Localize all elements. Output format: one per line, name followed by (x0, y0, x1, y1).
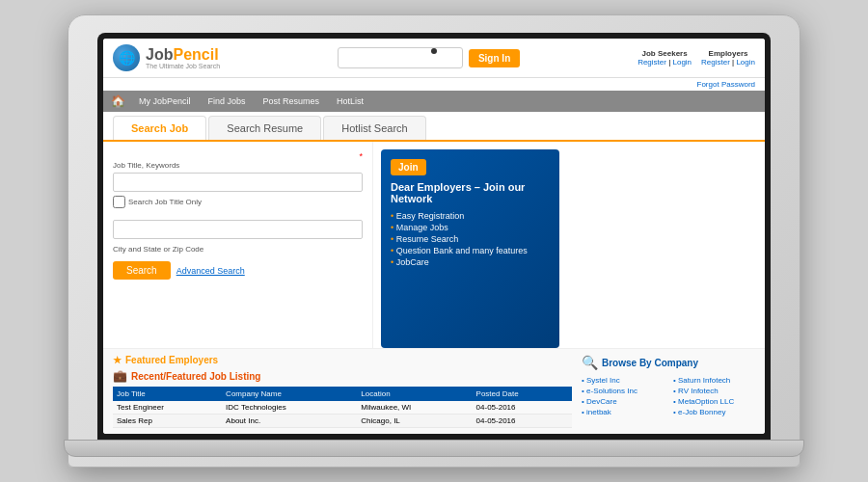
nav-item-myjobpencil[interactable]: My JobPencil (131, 94, 199, 108)
company-link[interactable]: • RV Infotech (673, 387, 755, 395)
company-link[interactable]: • Systel Inc (582, 376, 664, 385)
logo-tagline: The Ultimate Job Search (146, 63, 220, 69)
nav-item-findjobs[interactable]: Find Jobs (201, 94, 254, 108)
feature-question-bank: Question Bank and many features (391, 245, 550, 256)
header-search-input[interactable] (338, 47, 463, 68)
sign-in-button[interactable]: Sign In (469, 49, 520, 67)
company-link[interactable]: • inetbak (582, 408, 664, 416)
nav-bar: 🏠 My JobPencil Find Jobs Post Resumes Ho… (103, 91, 765, 112)
checkbox-label-text: Search Job Title Only (128, 198, 202, 206)
site-header: 🌐 JobPencil The Ultimate Job Search Sign… (103, 39, 765, 78)
table-cell-date: 04-05-2016 (473, 415, 572, 428)
location-input[interactable] (113, 220, 363, 239)
join-button[interactable]: Join (391, 159, 426, 175)
logo-pencil: Pencil (173, 46, 218, 63)
company-link[interactable]: • e-Solutions Inc (582, 387, 664, 395)
job-seekers-links: Register | Login (637, 58, 692, 67)
feature-jobcare[interactable]: JobCare (391, 256, 550, 268)
table-cell-company: About Inc. (222, 415, 357, 428)
col-job-title: Job Title (113, 387, 222, 401)
logo-area: 🌐 JobPencil The Ultimate Job Search (113, 44, 220, 71)
logo-job: Job (146, 46, 173, 63)
col-company: Company Name (222, 387, 357, 401)
table-row[interactable]: Sales RepAbout Inc.Chicago, IL04-05-2016 (113, 415, 572, 428)
screen-bezel: 🌐 JobPencil The Ultimate Job Search Sign… (97, 33, 771, 440)
laptop-camera (431, 48, 437, 54)
join-promo-title: Dear Employers – Join our Network (391, 181, 550, 204)
table-cell-location: Chicago, IL (357, 415, 472, 428)
logo-text: JobPencil The Ultimate Job Search (146, 47, 220, 69)
col-location: Location (357, 387, 472, 401)
table-cell-title: Sales Rep (113, 415, 222, 428)
header-search-area: Sign In (338, 47, 520, 68)
employers-links: Register | Login (701, 58, 755, 67)
recent-jobs-title: 💼 Recent/Featured Job Listing (113, 369, 572, 383)
job-seekers-login[interactable]: Login (672, 58, 692, 67)
advanced-search-link[interactable]: Advanced Search (176, 266, 245, 276)
table-cell-date: 04-05-2016 (473, 401, 572, 415)
left-bottom: ★ Featured Employers 💼 Recent/Featured J… (113, 355, 572, 428)
employers-title: Employers (701, 49, 755, 58)
join-promo-box: Join Dear Employers – Join our Network E… (381, 149, 559, 348)
employers-login[interactable]: Login (736, 58, 755, 67)
join-features-list: Easy Registration Manage Jobs Resume Sea… (391, 210, 550, 268)
tab-row: Search Job Search Resume Hotlist Search (103, 112, 765, 142)
search-button[interactable]: Search (113, 261, 171, 280)
field1-label: Job Title, Keywords (113, 161, 363, 170)
job-title-only-checkbox[interactable] (113, 196, 125, 208)
table-cell-location: Milwaukee, WI (357, 401, 472, 415)
field2-label: City and State or Zip Code (113, 245, 363, 254)
company-grid: • Systel Inc• Saturn Infotech• e-Solutio… (582, 376, 755, 416)
home-icon[interactable]: 🏠 (111, 94, 125, 108)
feature-resume-search[interactable]: Resume Search (391, 233, 550, 245)
header-right-links: Job Seekers Register | Login Employers R… (637, 49, 755, 67)
job-title-input[interactable] (113, 173, 363, 192)
jobs-icon: 💼 (113, 369, 127, 383)
logo-globe-icon: 🌐 (113, 44, 140, 71)
feature-manage-jobs[interactable]: Manage Jobs (391, 222, 550, 233)
table-cell-title: Test Engineer (113, 401, 222, 415)
featured-employers-title: ★ Featured Employers (113, 355, 572, 365)
browse-section: 🔍 Browse By Company • Systel Inc• Saturn… (582, 355, 755, 428)
required-star: * (359, 151, 363, 161)
star-icon: ★ (113, 355, 122, 365)
main-content: * Job Title, Keywords Search Job Title O… (103, 142, 765, 348)
forgot-password-area: Forgot Password (103, 78, 765, 91)
tab-search-job[interactable]: Search Job (113, 116, 206, 140)
employers-register[interactable]: Register (701, 58, 730, 67)
job-table: Job Title Company Name Location Posted D… (113, 387, 572, 428)
nav-item-hotlist[interactable]: HotList (329, 94, 371, 108)
company-link[interactable]: • Saturn Infotech (673, 376, 755, 385)
company-link[interactable]: • e-Job Bonney (673, 408, 755, 416)
tab-hotlist-search[interactable]: Hotlist Search (323, 116, 425, 140)
employers-group: Employers Register | Login (701, 49, 755, 67)
company-link[interactable]: • MetaOption LLC (673, 397, 755, 406)
laptop-base (64, 440, 804, 457)
job-seekers-register[interactable]: Register (637, 58, 666, 67)
browse-icon: 🔍 (582, 355, 598, 370)
laptop-shell: 🌐 JobPencil The Ultimate Job Search Sign… (68, 14, 800, 468)
job-seekers-group: Job Seekers Register | Login (637, 49, 692, 67)
tab-search-resume[interactable]: Search Resume (208, 116, 321, 140)
company-link[interactable]: • DevCare (582, 397, 664, 406)
col-date: Posted Date (473, 387, 572, 401)
table-cell-company: IDC Technologies (222, 401, 357, 415)
search-panel: * Job Title, Keywords Search Job Title O… (103, 142, 373, 348)
forgot-password-link[interactable]: Forgot Password (697, 80, 755, 89)
browse-title: 🔍 Browse By Company (582, 355, 755, 370)
nav-item-postresumes[interactable]: Post Resumes (256, 94, 328, 108)
job-seekers-title: Job Seekers (637, 49, 692, 58)
checkbox-area: Search Job Title Only (113, 196, 363, 208)
feature-easy-reg: Easy Registration (391, 210, 550, 222)
bottom-area: ★ Featured Employers 💼 Recent/Featured J… (103, 348, 765, 434)
screen-content: 🌐 JobPencil The Ultimate Job Search Sign… (103, 39, 765, 434)
table-row[interactable]: Test EngineerIDC TechnologiesMilwaukee, … (113, 401, 572, 415)
